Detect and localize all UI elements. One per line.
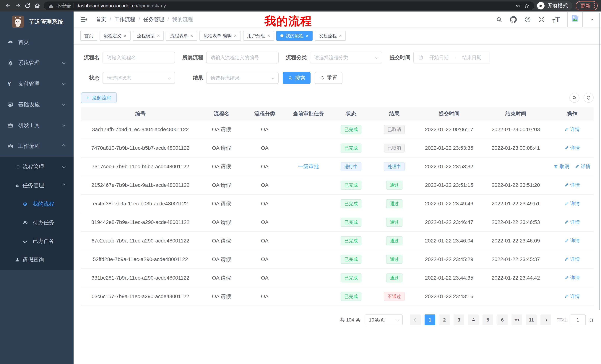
detail-link[interactable]: 详情: [575, 163, 591, 170]
sidebar-item-process-management[interactable]: 流程管理: [0, 158, 74, 176]
app-logo[interactable]: 芋道管理系统: [0, 11, 74, 32]
process-name-field[interactable]: [102, 52, 175, 63]
close-icon[interactable]: ×: [157, 33, 160, 38]
browser-home-button[interactable]: [32, 1, 42, 10]
submit-time-range-picker[interactable]: 开始日期 - 结束日期: [413, 52, 490, 63]
security-label[interactable]: 不安全: [56, 3, 71, 9]
reset-button[interactable]: 重置: [315, 72, 342, 84]
breadcrumb-home[interactable]: 首页: [96, 16, 106, 23]
fullscreen-button[interactable]: [538, 16, 545, 23]
cell-submit-time: 2022-01-22 23:44:35: [417, 269, 481, 287]
result-select[interactable]: 请选择流结果: [206, 72, 279, 84]
sidebar-item-done-tasks[interactable]: 已办任务: [0, 232, 74, 250]
cell-actions: 取消详情: [551, 157, 594, 176]
start-date-placeholder[interactable]: 开始日期: [425, 54, 453, 61]
edit-pencil-icon: [575, 164, 579, 169]
current-task-link[interactable]: 一级审批: [298, 163, 319, 170]
tab-process-form-edit[interactable]: 流程表单-编辑×: [200, 31, 241, 41]
detail-link[interactable]: 详情: [564, 126, 580, 133]
page-button-5[interactable]: 5: [482, 315, 493, 325]
browser-menu-icon[interactable]: [594, 3, 595, 8]
github-link[interactable]: [510, 16, 517, 23]
create-process-button[interactable]: + 发起流程: [81, 92, 117, 103]
process-def-input[interactable]: [210, 55, 274, 60]
detail-link[interactable]: 详情: [564, 238, 580, 244]
sidebar-item-task-management[interactable]: 任务管理: [0, 176, 74, 195]
browser-forward-button[interactable]: [13, 1, 23, 10]
tab-my-process[interactable]: 我的流程×: [276, 31, 312, 41]
password-key-icon[interactable]: [515, 3, 521, 9]
cancel-link[interactable]: 取消: [554, 163, 569, 170]
process-def-field[interactable]: [206, 52, 279, 63]
sidebar-item-system[interactable]: 系统管理: [0, 53, 74, 74]
caret-down-icon[interactable]: [590, 17, 595, 22]
browser-update-button[interactable]: 更新: [576, 1, 598, 10]
chevron-up-icon: [62, 183, 65, 187]
detail-link[interactable]: 详情: [564, 145, 580, 151]
detail-link[interactable]: 详情: [564, 256, 580, 262]
tab-process-form[interactable]: 流程表单×: [166, 31, 197, 41]
address-bar[interactable]: 不安全 dashboard.yudao.iocoder.cn/bpm/task/…: [44, 1, 534, 10]
breadcrumb-task-management[interactable]: 任务管理: [143, 16, 164, 23]
sidebar-item-payment[interactable]: ¥ 支付管理: [0, 74, 74, 94]
sidebar-item-workflow[interactable]: 工作流程: [0, 136, 74, 157]
page-button-3[interactable]: 3: [453, 315, 464, 325]
prev-page-button[interactable]: [410, 315, 421, 325]
detail-link[interactable]: 详情: [564, 200, 580, 207]
page-button-6[interactable]: 6: [497, 315, 508, 325]
browser-reload-button[interactable]: [23, 1, 32, 10]
sidebar-item-home[interactable]: 首页: [0, 32, 74, 53]
cell-end-time: 2022-01-22 23:45:37: [481, 250, 551, 269]
tab-process-definition[interactable]: 流程定义×: [100, 31, 130, 41]
detail-link[interactable]: 详情: [564, 182, 580, 188]
sidebar-collapse-button[interactable]: [80, 16, 88, 23]
annotation-text: 我的流程: [264, 13, 312, 29]
close-icon[interactable]: ×: [190, 33, 193, 38]
sidebar-item-devtools[interactable]: 研发工具: [0, 115, 74, 136]
close-icon[interactable]: ×: [306, 33, 309, 38]
sidebar-item-my-process[interactable]: 我的流程: [0, 195, 74, 213]
search-button[interactable]: 搜索: [283, 72, 311, 84]
show-search-button[interactable]: [570, 93, 580, 103]
tab-user-group[interactable]: 用户分组×: [243, 31, 274, 41]
browser-back-button[interactable]: [3, 1, 13, 10]
page-button-1[interactable]: 1: [425, 315, 435, 325]
detail-link[interactable]: 详情: [564, 275, 580, 281]
tab-home[interactable]: 首页: [80, 31, 97, 41]
jump-page-input[interactable]: [570, 315, 586, 325]
end-date-placeholder[interactable]: 结束日期: [458, 54, 486, 61]
help-button[interactable]: [524, 16, 531, 23]
more-pages-button[interactable]: •••: [511, 315, 522, 325]
tab-process-model[interactable]: 流程模型×: [133, 31, 164, 41]
close-icon[interactable]: ×: [234, 33, 237, 38]
status-select[interactable]: 请选择状态: [102, 72, 175, 84]
breadcrumb-workflow[interactable]: 工作流程: [114, 16, 135, 23]
status-placeholder: 请选择状态: [107, 75, 131, 81]
process-name-input[interactable]: [107, 55, 170, 60]
refresh-table-button[interactable]: [583, 93, 594, 103]
scrollbar-thumb[interactable]: [599, 13, 600, 310]
page-size-select[interactable]: 10条/页: [365, 315, 403, 325]
scrollbar[interactable]: [599, 13, 601, 310]
font-size-button[interactable]: TT: [552, 16, 560, 23]
sidebar-item-label: 请假查询: [22, 256, 44, 263]
sidebar-item-todo-tasks[interactable]: 待办任务: [0, 213, 74, 232]
header-search-button[interactable]: [496, 16, 502, 23]
bookmark-star-icon[interactable]: [524, 3, 530, 9]
cell-id: 3ad174fb-7b9d-11ec-8404-acde48001122: [81, 120, 200, 139]
page-button-11[interactable]: 11: [526, 315, 537, 325]
tab-start-process[interactable]: 发起流程×: [315, 31, 346, 41]
detail-link[interactable]: 详情: [564, 293, 580, 300]
detail-link[interactable]: 详情: [564, 219, 580, 225]
page-button-4[interactable]: 4: [468, 315, 479, 325]
next-page-button[interactable]: [541, 315, 551, 325]
avatar[interactable]: [567, 12, 583, 27]
cell-result: 通过: [371, 213, 417, 231]
sidebar-item-infra[interactable]: 基础设施: [0, 94, 74, 115]
close-icon[interactable]: ×: [339, 33, 342, 38]
sidebar-item-leave-query[interactable]: 请假查询: [0, 250, 74, 269]
category-select[interactable]: 请选择流程分类: [310, 52, 382, 63]
close-icon[interactable]: ×: [267, 33, 270, 38]
close-icon[interactable]: ×: [124, 33, 127, 38]
page-button-2[interactable]: 2: [439, 315, 450, 325]
